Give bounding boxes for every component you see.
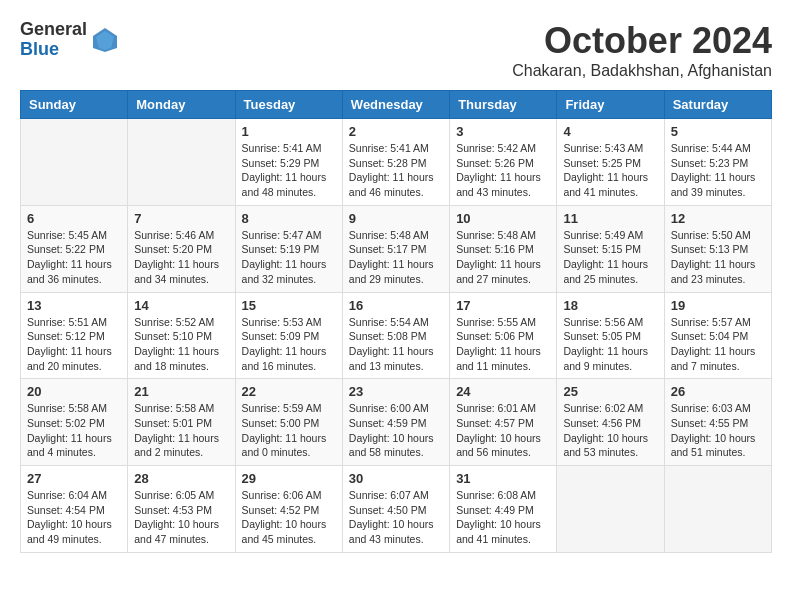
day-info: Sunrise: 6:05 AMSunset: 4:53 PMDaylight:… xyxy=(134,488,228,547)
calendar-day-cell: 21Sunrise: 5:58 AMSunset: 5:01 PMDayligh… xyxy=(128,379,235,466)
calendar-day-cell: 10Sunrise: 5:48 AMSunset: 5:16 PMDayligh… xyxy=(450,205,557,292)
day-info: Sunrise: 5:43 AMSunset: 5:25 PMDaylight:… xyxy=(563,141,657,200)
calendar-day-header: Wednesday xyxy=(342,91,449,119)
calendar-day-cell: 11Sunrise: 5:49 AMSunset: 5:15 PMDayligh… xyxy=(557,205,664,292)
calendar-week-row: 27Sunrise: 6:04 AMSunset: 4:54 PMDayligh… xyxy=(21,466,772,553)
calendar-day-cell: 16Sunrise: 5:54 AMSunset: 5:08 PMDayligh… xyxy=(342,292,449,379)
day-number: 24 xyxy=(456,384,550,399)
logo-icon xyxy=(91,26,119,54)
day-number: 22 xyxy=(242,384,336,399)
day-info: Sunrise: 5:58 AMSunset: 5:02 PMDaylight:… xyxy=(27,401,121,460)
day-number: 9 xyxy=(349,211,443,226)
day-number: 7 xyxy=(134,211,228,226)
calendar-week-row: 1Sunrise: 5:41 AMSunset: 5:29 PMDaylight… xyxy=(21,119,772,206)
day-number: 5 xyxy=(671,124,765,139)
calendar-day-cell: 17Sunrise: 5:55 AMSunset: 5:06 PMDayligh… xyxy=(450,292,557,379)
day-number: 8 xyxy=(242,211,336,226)
day-info: Sunrise: 6:02 AMSunset: 4:56 PMDaylight:… xyxy=(563,401,657,460)
calendar-week-row: 20Sunrise: 5:58 AMSunset: 5:02 PMDayligh… xyxy=(21,379,772,466)
calendar-day-cell: 19Sunrise: 5:57 AMSunset: 5:04 PMDayligh… xyxy=(664,292,771,379)
day-info: Sunrise: 5:41 AMSunset: 5:28 PMDaylight:… xyxy=(349,141,443,200)
day-number: 20 xyxy=(27,384,121,399)
calendar-day-cell: 3Sunrise: 5:42 AMSunset: 5:26 PMDaylight… xyxy=(450,119,557,206)
day-info: Sunrise: 5:57 AMSunset: 5:04 PMDaylight:… xyxy=(671,315,765,374)
day-number: 2 xyxy=(349,124,443,139)
calendar-day-cell: 29Sunrise: 6:06 AMSunset: 4:52 PMDayligh… xyxy=(235,466,342,553)
month-title: October 2024 xyxy=(512,20,772,62)
calendar-table: SundayMondayTuesdayWednesdayThursdayFrid… xyxy=(20,90,772,553)
day-number: 15 xyxy=(242,298,336,313)
day-number: 13 xyxy=(27,298,121,313)
day-number: 6 xyxy=(27,211,121,226)
calendar-day-cell: 7Sunrise: 5:46 AMSunset: 5:20 PMDaylight… xyxy=(128,205,235,292)
calendar-day-cell: 22Sunrise: 5:59 AMSunset: 5:00 PMDayligh… xyxy=(235,379,342,466)
calendar-day-cell: 4Sunrise: 5:43 AMSunset: 5:25 PMDaylight… xyxy=(557,119,664,206)
day-info: Sunrise: 6:08 AMSunset: 4:49 PMDaylight:… xyxy=(456,488,550,547)
day-info: Sunrise: 5:49 AMSunset: 5:15 PMDaylight:… xyxy=(563,228,657,287)
calendar-day-cell: 26Sunrise: 6:03 AMSunset: 4:55 PMDayligh… xyxy=(664,379,771,466)
calendar-day-cell xyxy=(557,466,664,553)
day-number: 10 xyxy=(456,211,550,226)
day-info: Sunrise: 6:00 AMSunset: 4:59 PMDaylight:… xyxy=(349,401,443,460)
page-header: General Blue October 2024 Chakaran, Bada… xyxy=(20,20,772,80)
logo-general: General xyxy=(20,20,87,40)
day-info: Sunrise: 6:01 AMSunset: 4:57 PMDaylight:… xyxy=(456,401,550,460)
day-number: 11 xyxy=(563,211,657,226)
day-info: Sunrise: 5:47 AMSunset: 5:19 PMDaylight:… xyxy=(242,228,336,287)
calendar-day-cell xyxy=(664,466,771,553)
day-info: Sunrise: 6:06 AMSunset: 4:52 PMDaylight:… xyxy=(242,488,336,547)
day-number: 29 xyxy=(242,471,336,486)
calendar-day-cell: 18Sunrise: 5:56 AMSunset: 5:05 PMDayligh… xyxy=(557,292,664,379)
day-info: Sunrise: 5:46 AMSunset: 5:20 PMDaylight:… xyxy=(134,228,228,287)
title-area: October 2024 Chakaran, Badakhshan, Afgha… xyxy=(512,20,772,80)
day-number: 18 xyxy=(563,298,657,313)
logo: General Blue xyxy=(20,20,119,60)
calendar-day-cell xyxy=(21,119,128,206)
day-info: Sunrise: 5:51 AMSunset: 5:12 PMDaylight:… xyxy=(27,315,121,374)
calendar-day-cell: 23Sunrise: 6:00 AMSunset: 4:59 PMDayligh… xyxy=(342,379,449,466)
calendar-day-cell: 27Sunrise: 6:04 AMSunset: 4:54 PMDayligh… xyxy=(21,466,128,553)
calendar-week-row: 13Sunrise: 5:51 AMSunset: 5:12 PMDayligh… xyxy=(21,292,772,379)
day-number: 25 xyxy=(563,384,657,399)
calendar-week-row: 6Sunrise: 5:45 AMSunset: 5:22 PMDaylight… xyxy=(21,205,772,292)
calendar-day-header: Tuesday xyxy=(235,91,342,119)
calendar-day-cell: 14Sunrise: 5:52 AMSunset: 5:10 PMDayligh… xyxy=(128,292,235,379)
location-title: Chakaran, Badakhshan, Afghanistan xyxy=(512,62,772,80)
calendar-day-cell: 30Sunrise: 6:07 AMSunset: 4:50 PMDayligh… xyxy=(342,466,449,553)
calendar-day-cell: 20Sunrise: 5:58 AMSunset: 5:02 PMDayligh… xyxy=(21,379,128,466)
day-number: 17 xyxy=(456,298,550,313)
calendar-day-cell: 31Sunrise: 6:08 AMSunset: 4:49 PMDayligh… xyxy=(450,466,557,553)
day-info: Sunrise: 5:48 AMSunset: 5:16 PMDaylight:… xyxy=(456,228,550,287)
calendar-day-cell: 13Sunrise: 5:51 AMSunset: 5:12 PMDayligh… xyxy=(21,292,128,379)
day-number: 14 xyxy=(134,298,228,313)
calendar-header-row: SundayMondayTuesdayWednesdayThursdayFrid… xyxy=(21,91,772,119)
day-number: 1 xyxy=(242,124,336,139)
day-info: Sunrise: 5:55 AMSunset: 5:06 PMDaylight:… xyxy=(456,315,550,374)
day-number: 31 xyxy=(456,471,550,486)
calendar-day-cell: 5Sunrise: 5:44 AMSunset: 5:23 PMDaylight… xyxy=(664,119,771,206)
calendar-day-header: Sunday xyxy=(21,91,128,119)
day-info: Sunrise: 5:52 AMSunset: 5:10 PMDaylight:… xyxy=(134,315,228,374)
calendar-day-cell: 8Sunrise: 5:47 AMSunset: 5:19 PMDaylight… xyxy=(235,205,342,292)
day-info: Sunrise: 5:45 AMSunset: 5:22 PMDaylight:… xyxy=(27,228,121,287)
day-number: 23 xyxy=(349,384,443,399)
day-info: Sunrise: 5:44 AMSunset: 5:23 PMDaylight:… xyxy=(671,141,765,200)
day-number: 4 xyxy=(563,124,657,139)
calendar-day-header: Saturday xyxy=(664,91,771,119)
calendar-day-cell: 12Sunrise: 5:50 AMSunset: 5:13 PMDayligh… xyxy=(664,205,771,292)
day-number: 16 xyxy=(349,298,443,313)
calendar-day-cell: 15Sunrise: 5:53 AMSunset: 5:09 PMDayligh… xyxy=(235,292,342,379)
day-number: 19 xyxy=(671,298,765,313)
calendar-day-header: Monday xyxy=(128,91,235,119)
day-info: Sunrise: 5:48 AMSunset: 5:17 PMDaylight:… xyxy=(349,228,443,287)
calendar-day-cell: 25Sunrise: 6:02 AMSunset: 4:56 PMDayligh… xyxy=(557,379,664,466)
day-info: Sunrise: 5:59 AMSunset: 5:00 PMDaylight:… xyxy=(242,401,336,460)
calendar-day-cell: 6Sunrise: 5:45 AMSunset: 5:22 PMDaylight… xyxy=(21,205,128,292)
day-info: Sunrise: 5:41 AMSunset: 5:29 PMDaylight:… xyxy=(242,141,336,200)
day-number: 12 xyxy=(671,211,765,226)
calendar-day-cell xyxy=(128,119,235,206)
day-info: Sunrise: 6:03 AMSunset: 4:55 PMDaylight:… xyxy=(671,401,765,460)
calendar-day-cell: 1Sunrise: 5:41 AMSunset: 5:29 PMDaylight… xyxy=(235,119,342,206)
day-info: Sunrise: 5:42 AMSunset: 5:26 PMDaylight:… xyxy=(456,141,550,200)
day-info: Sunrise: 6:04 AMSunset: 4:54 PMDaylight:… xyxy=(27,488,121,547)
